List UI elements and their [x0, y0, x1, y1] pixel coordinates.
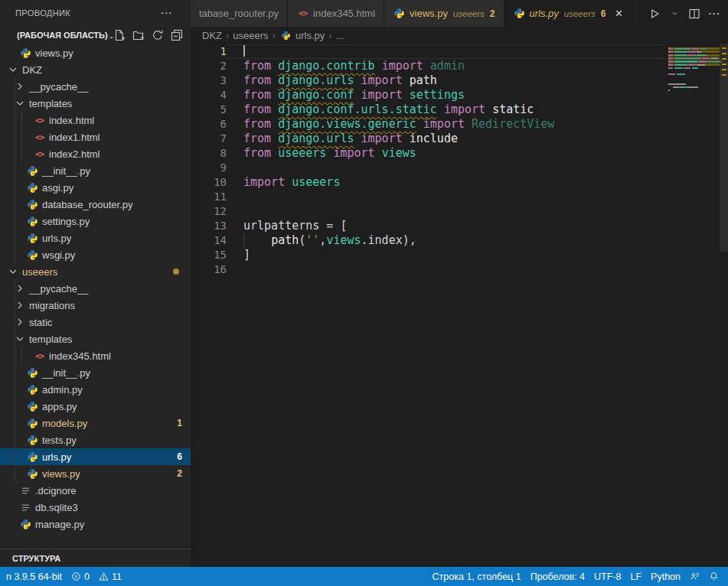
status-language-mode[interactable]: Python — [646, 571, 685, 582]
ellipsis-icon[interactable]: ⋯ — [161, 6, 172, 20]
code-line-content[interactable]: from django.conf.urls.static import stat… — [227, 103, 667, 117]
tab-views.py[interactable]: views.pyuseeers2 — [384, 0, 504, 27]
tree-item-label: static — [29, 317, 52, 328]
tree-item-manage.py[interactable]: manage.py — [0, 516, 191, 532]
status-indentation[interactable]: Пробелов: 4 — [526, 571, 589, 582]
tree-item-index1.html[interactable]: <>index1.html — [0, 129, 191, 145]
tree-item-label: index.html — [49, 115, 94, 126]
minimap-bar — [674, 67, 683, 69]
code-line-content[interactable]: from django.urls import include — [227, 132, 667, 146]
code-line-content[interactable] — [227, 161, 667, 175]
tree-item-__pycache__[interactable]: __pycache__ — [0, 78, 191, 95]
explorer-sidebar: ПРОВОДНИК ⋯ (РАБОЧАЯ ОБЛАСТЬ) ... views.… — [0, 0, 191, 567]
tree-item-models.py[interactable]: models.py1 — [0, 415, 191, 431]
code-line-content[interactable] — [227, 204, 667, 219]
minimap-bar — [674, 64, 687, 66]
code-line-content[interactable] — [227, 262, 667, 277]
tree-item-templates[interactable]: templates — [0, 95, 191, 112]
run-dropdown-button[interactable] — [667, 6, 682, 21]
workspace-section-header[interactable]: (РАБОЧАЯ ОБЛАСТЬ) ... — [0, 25, 191, 44]
indent-guide — [15, 314, 15, 330]
code-line-content[interactable]: from django.urls import path — [227, 73, 667, 88]
collapse-all-icon[interactable] — [171, 29, 183, 41]
new-folder-icon[interactable] — [132, 29, 145, 41]
tree-item-index.html[interactable]: <>index.html — [0, 112, 191, 129]
status-notifications[interactable] — [704, 571, 723, 581]
status-cursor-position[interactable]: Строка 1, столбец 1 — [428, 571, 526, 582]
tab-index345.html[interactable]: <>index345.html — [288, 0, 384, 27]
status-warnings-count[interactable]: 11 — [94, 571, 126, 582]
tree-item-index2.html[interactable]: <>index2.html — [0, 145, 191, 162]
code-line-content[interactable]: from django.contrib import admin — [227, 59, 667, 73]
scrollbar-track[interactable] — [720, 44, 728, 567]
tree-item-DKZ[interactable]: DKZ — [0, 61, 191, 78]
split-editor-button[interactable] — [687, 6, 702, 21]
breadcrumb-item[interactable]: useeers — [233, 30, 268, 41]
minimap-bar — [699, 60, 706, 62]
code-line-content[interactable] — [227, 190, 667, 204]
more-actions-icon[interactable]: ⋯ — [707, 6, 722, 21]
tree-item-label: DKZ — [22, 64, 42, 76]
status-encoding[interactable]: UTF-8 — [589, 571, 625, 582]
tree-item-index345.html[interactable]: <>index345.html — [0, 347, 191, 364]
breadcrumb-item[interactable]: DKZ — [202, 30, 222, 41]
tab-tabase_roouter.py[interactable]: tabase_roouter.py — [191, 0, 288, 27]
indent-guide — [15, 112, 15, 129]
refresh-icon[interactable] — [152, 29, 164, 41]
tree-item-database_roouter.py[interactable]: database_roouter.py — [0, 196, 191, 213]
tree-item-db.sqlite3[interactable]: db.sqlite3 — [0, 499, 191, 516]
code-line-content[interactable]: urlpatterns = [ — [227, 219, 667, 233]
minimap[interactable] — [668, 44, 720, 96]
status-label: 11 — [112, 571, 122, 582]
tree-item-__init__.py[interactable]: __init__.py — [0, 162, 191, 179]
code-line-content[interactable]: ] — [227, 248, 667, 262]
tree-item-admin.py[interactable]: admin.py — [0, 381, 191, 398]
code-line-content[interactable]: from useeers import views — [227, 146, 667, 161]
code-line-content[interactable]: from django.conf import settings — [227, 88, 667, 103]
tree-item-templates[interactable]: templates — [0, 330, 191, 347]
tree-item-wsgi.py[interactable]: wsgi.py — [0, 246, 191, 263]
tab-urls.py[interactable]: urls.pyuseeers6✕ — [504, 0, 635, 27]
tree-item-__pycache__[interactable]: __pycache__ — [0, 280, 191, 297]
status-eol[interactable]: LF — [625, 571, 646, 582]
code-line-content[interactable] — [227, 44, 667, 59]
tree-item-static[interactable]: static — [0, 314, 191, 330]
indent-guide — [15, 398, 15, 415]
tree-item-label: wsgi.py — [42, 249, 75, 261]
tree-item-__init__.py[interactable]: __init__.py — [0, 364, 191, 381]
tree-item-migrations[interactable]: migrations — [0, 297, 191, 314]
tree-item-urls.py[interactable]: urls.py — [0, 230, 191, 246]
status-feedback[interactable] — [685, 571, 704, 581]
breadcrumb-item[interactable]: urls.py — [295, 30, 325, 41]
overview-warning-mark — [722, 47, 726, 49]
line-number: 9 — [191, 161, 227, 175]
tree-item-views.py[interactable]: views.py2 — [0, 465, 191, 482]
new-file-icon[interactable] — [113, 29, 126, 41]
code-line-content[interactable]: path('',views.index), — [227, 233, 667, 248]
close-icon[interactable]: ✕ — [612, 8, 625, 19]
breadcrumb: DKZ›useeers›urls.py›... — [191, 27, 728, 44]
code-line-content[interactable]: import useeers — [227, 175, 667, 190]
code-line-content[interactable]: from django.views.generic import Redirec… — [227, 117, 667, 132]
run-button[interactable] — [647, 6, 662, 21]
code-editor[interactable]: 12from django.contrib import admin3from … — [191, 44, 728, 567]
tree-item-apps.py[interactable]: apps.py — [0, 398, 191, 415]
tree-item-.dcignore[interactable]: .dcignore — [0, 482, 191, 499]
tree-item-useeers[interactable]: useeers — [0, 263, 191, 280]
tree-item-settings.py[interactable]: settings.py — [0, 213, 191, 230]
minimap-bar — [674, 57, 702, 59]
tree-item-views.py[interactable]: views.py — [0, 44, 191, 61]
tab-description: useeers — [564, 9, 596, 18]
tree-item-asgi.py[interactable]: asgi.py — [0, 179, 191, 196]
tree-item-tests.py[interactable]: tests.py — [0, 431, 191, 448]
outline-section-header[interactable]: СТРУКТУРА — [0, 549, 191, 567]
status-errors-count[interactable]: 0 — [67, 571, 94, 582]
breadcrumb-item[interactable]: ... — [336, 30, 344, 41]
tree-item-urls.py[interactable]: urls.py6 — [0, 448, 191, 465]
status-python-interpreter[interactable]: n 3.9.5 64-bit — [2, 571, 67, 582]
tab-label: urls.py — [530, 8, 559, 19]
indent-guide — [15, 347, 15, 364]
tree-item-label: templates — [29, 334, 72, 345]
tree-item-label: database_roouter.py — [42, 199, 133, 210]
code-token: urlpatterns = [ — [243, 219, 347, 233]
